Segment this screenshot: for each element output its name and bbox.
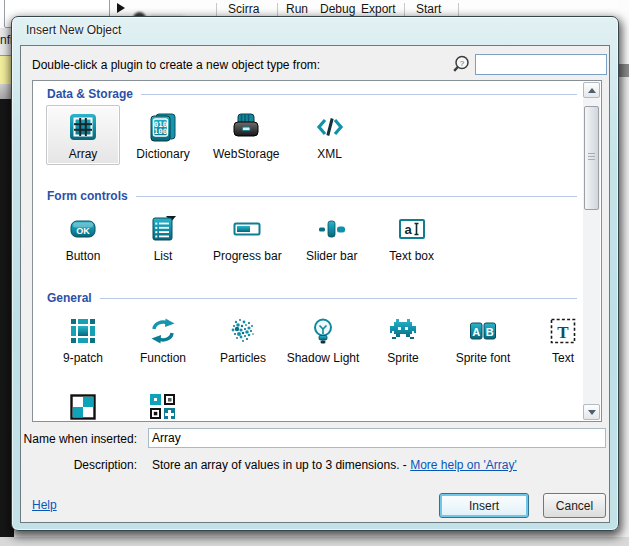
- plugin-item-label: Shadow Light: [287, 351, 360, 365]
- down-arrow-icon: [588, 410, 596, 415]
- plugin-item-sprite-font[interactable]: A B Sprite font: [446, 309, 520, 369]
- plugin-item-label: Particles: [220, 351, 266, 365]
- plugin-item-xml[interactable]: XML: [293, 105, 367, 165]
- background-right-panel: [618, 0, 629, 537]
- section-title: Data & Storage: [47, 87, 133, 101]
- array-icon: [67, 111, 99, 143]
- background-statusbar: [0, 537, 629, 546]
- plugin-item-shadow-light[interactable]: Shadow Light: [286, 309, 360, 369]
- section-data-storage: Data & Storage Array: [34, 86, 581, 165]
- tab-separator: [277, 3, 278, 16]
- plugin-item-dictionary[interactable]: 010 100 Dictionary: [126, 105, 200, 165]
- svg-text:A: A: [472, 326, 480, 338]
- search-input[interactable]: [475, 54, 607, 75]
- dialog-client-area: Double-click a plugin to create a new ob…: [20, 45, 610, 523]
- name-when-inserted-label: Name when inserted:: [21, 432, 137, 446]
- plugin-item-text-box[interactable]: a Text box: [375, 207, 449, 267]
- plugin-item-slider-bar[interactable]: Slider bar: [295, 207, 369, 267]
- list-icon: [147, 213, 179, 245]
- scroll-up-button[interactable]: [583, 82, 600, 98]
- particles-icon: [227, 315, 259, 347]
- plugin-item-progress-bar[interactable]: Progress bar: [206, 207, 289, 267]
- xml-icon: [314, 111, 346, 143]
- tab-separator: [404, 3, 405, 16]
- sprite-icon: [387, 315, 419, 347]
- svg-text:B: B: [486, 326, 494, 338]
- plugin-item-9-patch[interactable]: 9-patch: [46, 309, 120, 369]
- svg-text:a: a: [404, 222, 412, 237]
- slider-bar-icon: [316, 213, 348, 245]
- plugin-item-label: Text box: [389, 249, 434, 263]
- tab-scirra[interactable]: Scirra: [228, 2, 259, 16]
- tab-separator: [458, 3, 459, 16]
- plugin-item-sprite[interactable]: Sprite: [366, 309, 440, 369]
- plugin-item-label: Sprite font: [456, 351, 511, 365]
- plugin-item-tilemap[interactable]: [126, 385, 200, 422]
- plugin-item-webstorage[interactable]: WebStorage: [206, 105, 287, 165]
- name-when-inserted-input[interactable]: [148, 428, 606, 448]
- more-help-link[interactable]: More help on 'Array': [410, 458, 517, 472]
- sprite-font-icon: A B: [467, 315, 499, 347]
- cancel-button[interactable]: Cancel: [543, 493, 606, 518]
- plugin-item-label: Progress bar: [213, 249, 282, 263]
- tab-debug[interactable]: Debug: [320, 2, 355, 16]
- plugin-item-label: WebStorage: [213, 147, 280, 161]
- help-link[interactable]: Help: [32, 498, 57, 512]
- section-partial-row: [34, 381, 581, 422]
- function-icon: [147, 315, 179, 347]
- plugin-item-label: Slider bar: [306, 249, 357, 263]
- description-text: Store an array of values in up to 3 dime…: [152, 458, 517, 472]
- plugin-item-array[interactable]: Array: [46, 105, 120, 165]
- description-body: Store an array of values in up to 3 dime…: [152, 458, 407, 472]
- plugin-item-label: Sprite: [387, 351, 418, 365]
- plugin-item-label: Array: [69, 147, 98, 161]
- plugin-item-tiled-background[interactable]: [46, 385, 120, 422]
- svg-text:100: 100: [154, 127, 168, 136]
- svg-text:T: T: [557, 323, 569, 342]
- tab-start[interactable]: Start: [416, 2, 441, 16]
- section-general: General: [34, 290, 581, 369]
- insert-button[interactable]: Insert: [439, 493, 529, 518]
- section-form-controls: Form controls OK Button: [34, 188, 581, 267]
- instruction-label: Double-click a plugin to create a new ob…: [32, 58, 320, 72]
- scroll-down-button[interactable]: [583, 404, 600, 420]
- background-right-panel-top: [618, 0, 629, 64]
- search-icon: ?: [450, 54, 471, 75]
- section-rule: [136, 196, 577, 197]
- shadow-light-icon: [307, 315, 339, 347]
- list-scrollbar[interactable]: [583, 82, 600, 420]
- text-icon: T: [547, 315, 579, 347]
- plugin-item-button[interactable]: OK Button: [46, 207, 120, 267]
- tilemap-icon: [147, 391, 179, 422]
- dialog-titlebar[interactable]: Insert New Object: [12, 17, 618, 45]
- tiled-background-icon: [67, 391, 99, 422]
- plugin-item-label: Dictionary: [136, 147, 189, 161]
- insert-new-object-dialog: Insert New Object Double-click a plugin …: [11, 16, 619, 531]
- dictionary-icon: 010 100: [147, 111, 179, 143]
- svg-text:OK: OK: [76, 226, 90, 236]
- plugin-list[interactable]: Data & Storage Array: [32, 80, 602, 422]
- dialog-title: Insert New Object: [26, 23, 121, 37]
- scrollbar-thumb[interactable]: [584, 106, 599, 210]
- section-title: General: [47, 291, 92, 305]
- play-arrow-icon: [117, 3, 125, 13]
- section-title: Form controls: [47, 189, 128, 203]
- plugin-item-particles[interactable]: Particles: [206, 309, 280, 369]
- tab-export[interactable]: Export: [361, 2, 396, 16]
- nine-patch-icon: [67, 315, 99, 347]
- plugin-item-label: Function: [140, 351, 186, 365]
- plugin-item-label: Button: [66, 249, 101, 263]
- tab-run[interactable]: Run: [286, 2, 308, 16]
- plugin-item-label: 9-patch: [63, 351, 103, 365]
- plugin-item-label: XML: [317, 147, 342, 161]
- plugin-item-function[interactable]: Function: [126, 309, 200, 369]
- text-box-icon: a: [396, 213, 428, 245]
- plugin-item-list[interactable]: List: [126, 207, 200, 267]
- plugin-item-label: List: [154, 249, 173, 263]
- up-arrow-icon: [588, 88, 596, 93]
- progress-bar-icon: [231, 213, 263, 245]
- description-label: Description:: [21, 458, 137, 472]
- plugin-item-label: Text: [552, 351, 574, 365]
- svg-text:?: ?: [460, 59, 465, 68]
- button-icon: OK: [67, 213, 99, 245]
